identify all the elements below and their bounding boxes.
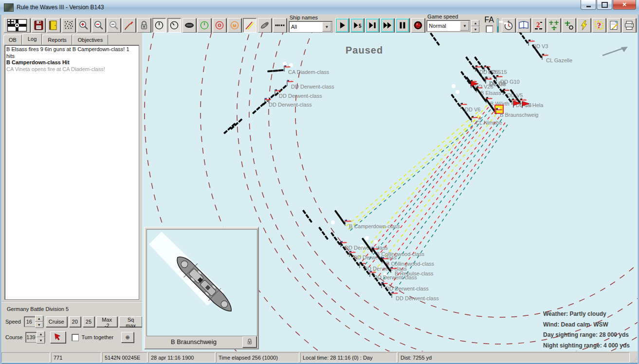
compass-button[interactable]: ⊕ — [121, 332, 134, 343]
circlem-icon — [229, 19, 240, 31]
inset-lock-button[interactable] — [242, 336, 256, 347]
ship-label: DD Derwent-class — [345, 245, 388, 251]
zoom-out-button[interactable] — [92, 18, 106, 33]
air-ops-button[interactable] — [562, 18, 576, 33]
play5-icon — [351, 19, 363, 31]
division-title: Germany Battle Division 5 — [7, 306, 69, 312]
app-icon — [4, 3, 14, 12]
exit-door-button[interactable] — [47, 18, 60, 33]
shell-splash-toggle[interactable] — [258, 18, 272, 33]
circlered-icon — [214, 19, 225, 31]
title-bar[interactable]: Rule the Waves III - Version B143 ✕ — [0, 0, 639, 15]
german-ensign-button[interactable] — [4, 18, 30, 33]
tab-reports[interactable]: Reports — [42, 35, 72, 45]
dropdown-arrow-icon[interactable]: ▼ — [460, 21, 469, 31]
shell-icon — [259, 19, 271, 31]
close-button[interactable]: ✕ — [613, 0, 636, 10]
turn-together-label: Turn together — [81, 334, 113, 340]
sphere-icon — [412, 19, 424, 31]
game-speed-dropdown[interactable]: Normal ▼ — [426, 20, 470, 32]
ship-label: DD Derwent-class — [396, 295, 439, 301]
weather-line: Weather: Partly cloudy — [543, 309, 630, 320]
tab-objectives[interactable]: Objectives — [73, 35, 108, 45]
status-bar: 771 5142N 00245E 28 apr 11:16 1900 Time … — [1, 351, 638, 363]
range-circle-toggle[interactable] — [152, 18, 166, 33]
status-cell-localtime: Local time: 28 11:16 (0) : Day — [300, 352, 397, 363]
ellipse-icon — [183, 19, 195, 31]
track-dots-toggle[interactable] — [273, 18, 287, 33]
zoom-in-button[interactable] — [77, 18, 91, 33]
smoke-puff — [283, 62, 287, 66]
set-course-button[interactable] — [50, 331, 66, 343]
weather-view-button[interactable] — [497, 18, 499, 33]
circletilt-icon — [168, 19, 180, 31]
speed-button-sq-max[interactable]: Sq max — [119, 316, 142, 327]
window-border — [0, 15, 1, 364]
log-line: CA Vineta opens fire at CA Diadem-class! — [6, 66, 137, 73]
pause-button[interactable] — [396, 18, 409, 33]
ship-inset-panel: B Braunschweig — [144, 227, 259, 349]
lock-view-button[interactable] — [137, 18, 151, 33]
zoom-reset-button[interactable] — [107, 18, 121, 33]
green-range-toggle[interactable] — [198, 18, 211, 33]
maximize-button[interactable] — [597, 0, 612, 10]
bearing-circle-toggle[interactable] — [167, 18, 181, 33]
ffwd-icon — [382, 19, 393, 31]
fa-checkbox[interactable] — [486, 25, 493, 33]
play-5-button[interactable] — [350, 18, 364, 33]
help-button[interactable] — [592, 18, 606, 33]
ship-label: DD Derwent-class — [269, 102, 312, 108]
red-range-toggle[interactable] — [213, 18, 226, 33]
minimize-icon — [586, 6, 591, 7]
game-speed-spinner[interactable]: ▲▼ — [471, 20, 479, 33]
speed-label: Speed — [5, 319, 21, 325]
brush-icon — [123, 19, 135, 31]
ship-names-block: Ship names All ▼ — [289, 15, 332, 33]
speed-button-cruise[interactable]: Cruise — [46, 316, 67, 327]
turn-together-checkbox[interactable] — [72, 334, 79, 341]
ship-label: B Camperdown-class — [349, 223, 400, 229]
main-gun-range-toggle[interactable] — [228, 18, 241, 33]
retreat-button[interactable] — [532, 18, 546, 33]
air-formation-button[interactable] — [547, 18, 561, 33]
speed-button-25[interactable]: 25 — [83, 316, 94, 327]
damage-button[interactable] — [577, 18, 591, 33]
fast-forward-button[interactable] — [381, 18, 394, 33]
save-button[interactable] — [32, 18, 45, 33]
minimize-button[interactable] — [581, 0, 596, 10]
course-spinner[interactable]: 139 ▲▼ — [25, 332, 45, 343]
speed-button-max-2[interactable]: Max -2 — [96, 316, 117, 327]
draw-tool-button[interactable] — [122, 18, 136, 33]
shell-tracer-toggle[interactable] — [243, 18, 256, 33]
play-button[interactable] — [335, 18, 349, 33]
weather-line: Day sighting range: 28 000 yds — [543, 330, 630, 341]
course-label: Course — [5, 334, 22, 340]
magminus-icon — [93, 19, 105, 31]
resize-grip[interactable] — [631, 356, 638, 363]
ship-names-dropdown[interactable]: All ▼ — [289, 21, 332, 33]
fa-label: FA — [484, 16, 494, 24]
target-sphere-icon[interactable] — [411, 18, 425, 33]
ship-inset-view — [146, 229, 257, 336]
print-button[interactable] — [622, 18, 636, 33]
speed-spinner[interactable]: 16 ▲▼ — [24, 316, 44, 327]
torpedo-toggle[interactable] — [183, 18, 196, 33]
play-step-button[interactable] — [365, 18, 379, 33]
notes-button[interactable] — [607, 18, 621, 33]
log-book-button[interactable] — [517, 18, 530, 33]
smoke-puff — [331, 220, 335, 224]
tab-ob[interactable]: OB — [3, 35, 22, 45]
planegear-icon — [563, 19, 575, 31]
tab-log[interactable]: Log — [22, 33, 42, 45]
ship-names-label: Ship names — [290, 15, 332, 20]
signal-button[interactable] — [62, 18, 75, 33]
dropdown-arrow-icon[interactable]: ▼ — [322, 22, 331, 32]
log-line: B Elsass fires 9 6in guns at B Camperdow… — [6, 46, 137, 59]
game-speed-block: Game speed Normal ▼ ▲▼ — [426, 14, 479, 33]
battle-log[interactable]: B Elsass fires 9 6in guns at B Camperdow… — [4, 45, 139, 300]
speed-button-20[interactable]: 20 — [69, 316, 81, 327]
log-line: B Camperdown-class Hit — [6, 59, 137, 66]
timer-button[interactable] — [502, 18, 515, 33]
magplus-icon — [78, 19, 90, 31]
game-speed-label: Game speed — [427, 14, 479, 19]
